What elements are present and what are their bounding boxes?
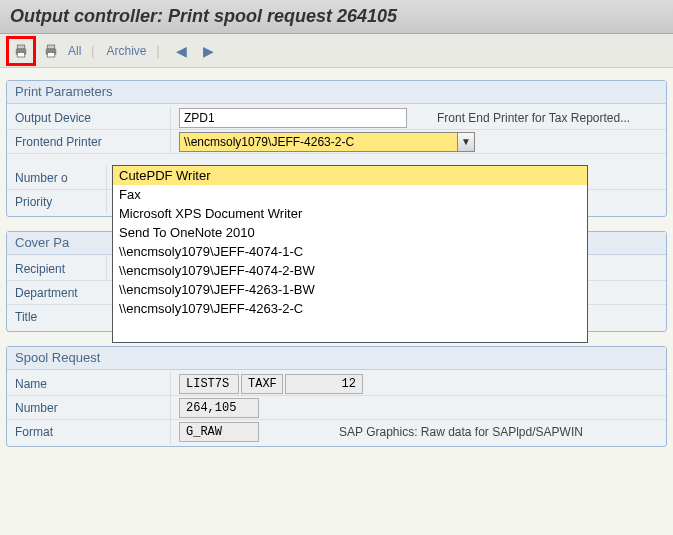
spool-request-group: Spool Request Name LIST7S TAXF 12 Number…: [6, 346, 667, 447]
print-all-button[interactable]: [40, 40, 62, 62]
spool-number-row: Number 264,105: [7, 396, 666, 420]
output-device-row: Output Device Front End Printer for Tax …: [7, 106, 666, 130]
spool-number-label: Number: [7, 396, 171, 419]
dropdown-item[interactable]: \\encmsoly1079\JEFF-4263-2-C: [113, 299, 587, 318]
number-of-label: Number o: [7, 166, 107, 189]
frontend-printer-row: Frontend Printer ▼: [7, 130, 666, 154]
spool-name-row: Name LIST7S TAXF 12: [7, 372, 666, 396]
spool-format-description: SAP Graphics: Raw data for SAPlpd/SAPWIN: [339, 425, 583, 439]
spool-format-label: Format: [7, 420, 171, 444]
priority-label: Priority: [7, 190, 107, 214]
toolbar: All | Archive | ◀ ▶: [0, 34, 673, 68]
toolbar-separator: |: [156, 44, 159, 58]
print-button[interactable]: [10, 40, 32, 62]
toolbar-separator: |: [91, 44, 94, 58]
print-parameters-title: Print Parameters: [7, 81, 666, 104]
spool-name-label: Name: [7, 372, 171, 395]
svg-rect-4: [47, 45, 55, 49]
dropdown-item[interactable]: Microsoft XPS Document Writer: [113, 204, 587, 223]
recipient-label: Recipient: [7, 257, 107, 280]
spool-format-row: Format G_RAW SAP Graphics: Raw data for …: [7, 420, 666, 444]
next-button[interactable]: ▶: [197, 43, 220, 59]
frontend-printer-combo[interactable]: [179, 132, 475, 152]
output-device-input[interactable]: [179, 108, 407, 128]
dropdown-item[interactable]: \\encmsoly1079\JEFF-4074-2-BW: [113, 261, 587, 280]
spool-name-part2: TAXF: [241, 374, 283, 394]
frontend-printer-dropdown-list: CutePDF Writer Fax Microsoft XPS Documen…: [112, 165, 588, 343]
spool-format-value: G_RAW: [179, 422, 259, 442]
dropdown-item[interactable]: CutePDF Writer: [113, 166, 587, 185]
archive-button[interactable]: Archive: [106, 44, 146, 58]
printer-icon: [42, 42, 60, 60]
output-device-description: Front End Printer for Tax Reported...: [437, 111, 630, 125]
printer-icon: [12, 42, 30, 60]
dropdown-item[interactable]: Send To OneNote 2010: [113, 223, 587, 242]
print-button-highlight: [6, 36, 36, 66]
frontend-printer-dropdown-button[interactable]: ▼: [457, 132, 475, 152]
dropdown-item[interactable]: \\encmsoly1079\JEFF-4263-1-BW: [113, 280, 587, 299]
dropdown-item[interactable]: Fax: [113, 185, 587, 204]
spool-number-value: 264,105: [179, 398, 259, 418]
chevron-down-icon: ▼: [461, 136, 471, 147]
output-device-label: Output Device: [7, 106, 171, 129]
print-all-label[interactable]: All: [68, 44, 81, 58]
spool-name-part1: LIST7S: [179, 374, 239, 394]
frontend-printer-label: Frontend Printer: [7, 130, 171, 153]
spool-request-title: Spool Request: [7, 347, 666, 370]
svg-rect-1: [17, 45, 25, 49]
svg-rect-2: [17, 52, 25, 57]
dropdown-item[interactable]: \\encmsoly1079\JEFF-4074-1-C: [113, 242, 587, 261]
svg-rect-5: [47, 52, 55, 57]
spool-name-part3: 12: [285, 374, 363, 394]
prev-button[interactable]: ◀: [170, 43, 193, 59]
window-title: Output controller: Print spool request 2…: [0, 0, 673, 34]
